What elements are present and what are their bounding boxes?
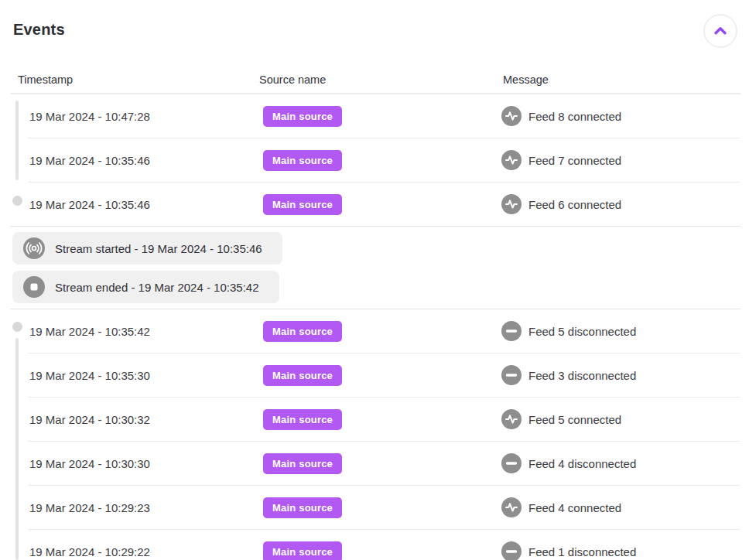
message-text: Feed 4 disconnected bbox=[528, 457, 636, 470]
source-cell: Main source bbox=[263, 150, 501, 171]
stream-ended-chip: Stream ended - 19 Mar 2024 - 10:35:42 bbox=[12, 271, 279, 303]
source-cell: Main source bbox=[263, 365, 501, 386]
table-row: 19 Mar 2024 - 10:35:46 Main source Feed … bbox=[0, 183, 749, 226]
timeline-line bbox=[15, 101, 19, 180]
message-text: Feed 8 connected bbox=[528, 110, 621, 123]
feed-connected-icon bbox=[501, 497, 522, 517]
source-cell: Main source bbox=[263, 541, 501, 560]
source-badge: Main source bbox=[263, 497, 342, 518]
feed-disconnected-icon bbox=[501, 541, 522, 560]
timestamp-cell: 19 Mar 2024 - 10:35:42 bbox=[29, 325, 263, 338]
source-badge: Main source bbox=[263, 365, 342, 386]
page-title: Events bbox=[13, 21, 65, 39]
feed-disconnected-icon bbox=[501, 453, 522, 473]
table-row: 19 Mar 2024 - 10:35:42 Main source Feed … bbox=[0, 309, 749, 353]
message-text: Feed 1 disconnected bbox=[528, 545, 636, 558]
timestamp-cell: 19 Mar 2024 - 10:35:46 bbox=[29, 198, 263, 211]
source-badge: Main source bbox=[263, 194, 342, 215]
message-cell: Feed 7 connected bbox=[501, 150, 749, 170]
timeline-line bbox=[15, 338, 19, 560]
timestamp-cell: 19 Mar 2024 - 10:35:46 bbox=[29, 154, 263, 167]
message-text: Feed 4 connected bbox=[528, 501, 621, 514]
table-row: 19 Mar 2024 - 10:30:30 Main source Feed … bbox=[0, 442, 749, 485]
source-badge: Main source bbox=[263, 453, 342, 474]
feed-connected-icon bbox=[501, 150, 522, 170]
message-cell: Feed 6 connected bbox=[501, 194, 749, 214]
table-header: Timestamp Source name Message bbox=[0, 72, 749, 89]
events-list[interactable]: 19 Mar 2024 - 10:47:28 Main source Feed … bbox=[0, 94, 749, 560]
message-text: Feed 5 connected bbox=[528, 413, 621, 426]
source-cell: Main source bbox=[263, 409, 501, 430]
source-badge: Main source bbox=[263, 541, 342, 560]
message-cell: Feed 4 disconnected bbox=[501, 453, 749, 473]
source-badge: Main source bbox=[263, 321, 342, 342]
source-badge: Main source bbox=[263, 150, 342, 171]
message-cell: Feed 8 connected bbox=[501, 106, 749, 126]
source-cell: Main source bbox=[263, 106, 501, 127]
table-row: 19 Mar 2024 - 10:35:30 Main source Feed … bbox=[0, 353, 749, 397]
feed-connected-icon bbox=[501, 194, 522, 214]
stream-started-label: Stream started - 19 Mar 2024 - 10:35:46 bbox=[55, 242, 262, 255]
timeline-dot bbox=[12, 196, 22, 206]
column-header-source: Source name bbox=[259, 73, 326, 86]
timestamp-cell: 19 Mar 2024 - 10:47:28 bbox=[29, 110, 263, 123]
message-cell: Feed 5 disconnected bbox=[501, 321, 749, 341]
table-row: 19 Mar 2024 - 10:30:32 Main source Feed … bbox=[0, 398, 749, 441]
stream-ended-label: Stream ended - 19 Mar 2024 - 10:35:42 bbox=[55, 281, 259, 294]
message-text: Feed 3 disconnected bbox=[528, 369, 636, 382]
feed-disconnected-icon bbox=[501, 365, 522, 385]
feed-disconnected-icon bbox=[501, 321, 522, 341]
source-cell: Main source bbox=[263, 194, 501, 215]
stop-icon bbox=[23, 276, 45, 298]
source-badge: Main source bbox=[263, 409, 342, 430]
table-row: 19 Mar 2024 - 10:35:46 Main source Feed … bbox=[0, 138, 749, 182]
source-cell: Main source bbox=[263, 453, 501, 474]
column-header-message: Message bbox=[503, 73, 549, 86]
message-cell: Feed 5 connected bbox=[501, 409, 749, 429]
feed-connected-icon bbox=[501, 409, 522, 429]
message-text: Feed 5 disconnected bbox=[528, 325, 636, 338]
broadcast-icon bbox=[23, 237, 45, 259]
message-text: Feed 6 connected bbox=[528, 198, 621, 211]
message-cell: Feed 1 disconnected bbox=[501, 541, 749, 560]
timestamp-cell: 19 Mar 2024 - 10:29:23 bbox=[29, 501, 263, 514]
stream-markers: Stream started - 19 Mar 2024 - 10:35:46 … bbox=[0, 227, 749, 309]
feed-connected-icon bbox=[501, 106, 522, 126]
timestamp-cell: 19 Mar 2024 - 10:35:30 bbox=[29, 369, 263, 382]
column-header-timestamp: Timestamp bbox=[18, 73, 73, 86]
table-row: 19 Mar 2024 - 10:47:28 Main source Feed … bbox=[0, 94, 749, 138]
table-row: 19 Mar 2024 - 10:29:23 Main source Feed … bbox=[0, 486, 749, 529]
scroll-to-top-button[interactable] bbox=[703, 14, 737, 48]
timeline-dot bbox=[12, 322, 22, 332]
chevron-up-icon bbox=[710, 21, 730, 41]
timestamp-cell: 19 Mar 2024 - 10:30:30 bbox=[29, 457, 263, 470]
table-row: 19 Mar 2024 - 10:29:22 Main source Feed … bbox=[0, 530, 749, 560]
message-text: Feed 7 connected bbox=[528, 154, 621, 167]
source-cell: Main source bbox=[263, 321, 501, 342]
source-cell: Main source bbox=[263, 497, 501, 518]
timestamp-cell: 19 Mar 2024 - 10:30:32 bbox=[29, 413, 263, 426]
timestamp-cell: 19 Mar 2024 - 10:29:22 bbox=[29, 545, 263, 558]
message-cell: Feed 3 disconnected bbox=[501, 365, 749, 385]
source-badge: Main source bbox=[263, 106, 342, 127]
stream-started-chip: Stream started - 19 Mar 2024 - 10:35:46 bbox=[12, 232, 282, 265]
events-panel: Events Timestamp Source name Message 19 … bbox=[0, 0, 749, 560]
panel-header: Events bbox=[0, 0, 749, 72]
message-cell: Feed 4 connected bbox=[501, 497, 749, 517]
